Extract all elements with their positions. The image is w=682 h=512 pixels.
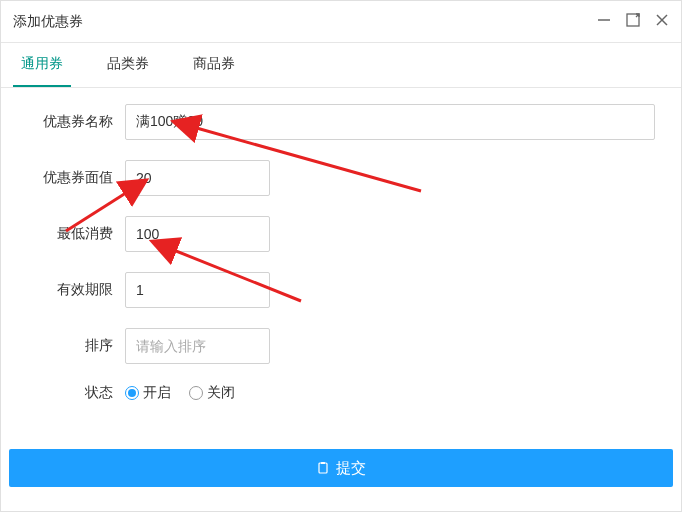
label-validity: 有效期限 — [13, 281, 125, 299]
input-face-value[interactable] — [125, 160, 270, 196]
maximize-icon[interactable] — [625, 12, 641, 31]
radio-item-close[interactable]: 关闭 — [189, 384, 235, 402]
add-coupon-dialog: 添加优惠券 通用券 品类券 商品券 优惠券名称 优惠券面值 最低消费 — [0, 0, 682, 512]
label-sort: 排序 — [13, 337, 125, 355]
minimize-icon[interactable] — [597, 13, 611, 30]
status-radio-group: 开启 关闭 — [125, 384, 235, 402]
input-validity[interactable] — [125, 272, 270, 308]
row-min-spend: 最低消费 — [13, 216, 669, 252]
tab-general[interactable]: 通用券 — [13, 43, 71, 87]
row-sort: 排序 — [13, 328, 669, 364]
title-bar: 添加优惠券 — [1, 1, 681, 43]
input-min-spend[interactable] — [125, 216, 270, 252]
label-name: 优惠券名称 — [13, 113, 125, 131]
row-validity: 有效期限 — [13, 272, 669, 308]
radio-label-open: 开启 — [143, 384, 171, 402]
row-status: 状态 开启 关闭 — [13, 384, 669, 402]
radio-open[interactable] — [125, 386, 139, 400]
row-face-value: 优惠券面值 — [13, 160, 669, 196]
window-controls — [597, 12, 669, 31]
label-min-spend: 最低消费 — [13, 225, 125, 243]
label-status: 状态 — [13, 384, 125, 402]
form: 优惠券名称 优惠券面值 最低消费 有效期限 排序 状态 开启 — [1, 88, 681, 430]
tab-category[interactable]: 品类券 — [99, 43, 157, 87]
submit-label: 提交 — [336, 459, 366, 478]
radio-label-close: 关闭 — [207, 384, 235, 402]
svg-rect-5 — [321, 462, 325, 464]
submit-button[interactable]: 提交 — [9, 449, 673, 487]
clipboard-icon — [316, 461, 330, 475]
submit-bar: 提交 — [9, 449, 673, 487]
svg-rect-4 — [319, 463, 327, 473]
input-sort[interactable] — [125, 328, 270, 364]
tabs: 通用券 品类券 商品券 — [1, 43, 681, 88]
tab-product[interactable]: 商品券 — [185, 43, 243, 87]
radio-item-open[interactable]: 开启 — [125, 384, 171, 402]
close-icon[interactable] — [655, 13, 669, 30]
label-face-value: 优惠券面值 — [13, 169, 125, 187]
input-coupon-name[interactable] — [125, 104, 655, 140]
radio-close[interactable] — [189, 386, 203, 400]
row-name: 优惠券名称 — [13, 104, 669, 140]
dialog-title: 添加优惠券 — [13, 13, 83, 31]
